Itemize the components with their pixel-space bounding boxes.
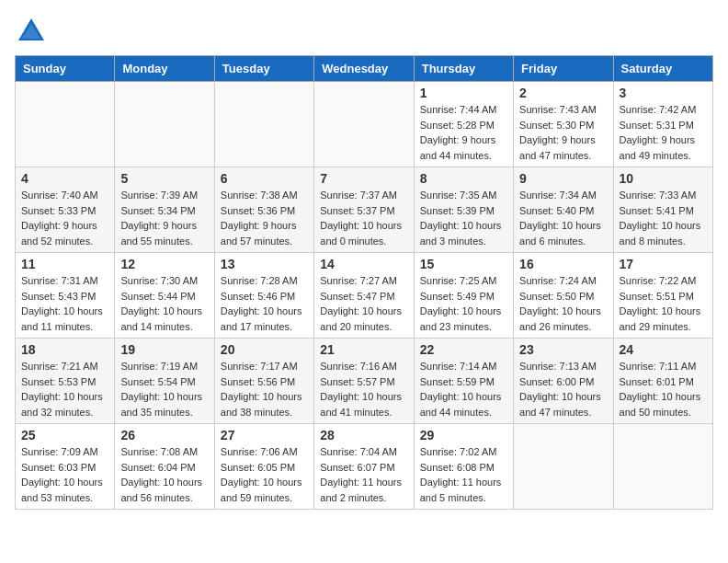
calendar-cell: 17Sunrise: 7:22 AMSunset: 5:51 PMDayligh… <box>613 253 712 339</box>
day-info: Sunrise: 7:33 AMSunset: 5:41 PMDaylight:… <box>620 188 707 248</box>
day-number: 15 <box>420 257 507 271</box>
day-info: Sunrise: 7:27 AMSunset: 5:47 PMDaylight:… <box>320 273 407 334</box>
calendar-week-2: 11Sunrise: 7:31 AMSunset: 5:43 PMDayligh… <box>16 253 713 339</box>
calendar-cell: 24Sunrise: 7:11 AMSunset: 6:01 PMDayligh… <box>613 339 712 424</box>
day-number: 7 <box>320 171 407 186</box>
calendar-cell: 12Sunrise: 7:30 AMSunset: 5:44 PMDayligh… <box>115 253 214 339</box>
day-info: Sunrise: 7:43 AMSunset: 5:30 PMDaylight:… <box>519 102 607 163</box>
day-number: 25 <box>21 428 108 442</box>
day-number: 10 <box>620 171 707 186</box>
calendar-cell: 25Sunrise: 7:09 AMSunset: 6:03 PMDayligh… <box>16 424 115 510</box>
day-info: Sunrise: 7:42 AMSunset: 5:31 PMDaylight:… <box>620 102 707 163</box>
day-number: 23 <box>519 342 607 357</box>
calendar-cell <box>314 82 414 167</box>
day-info: Sunrise: 7:06 AMSunset: 6:05 PMDaylight:… <box>221 444 308 505</box>
day-info: Sunrise: 7:02 AMSunset: 6:08 PMDaylight:… <box>420 444 507 505</box>
day-number: 4 <box>21 171 108 186</box>
day-info: Sunrise: 7:11 AMSunset: 6:01 PMDaylight:… <box>620 359 707 419</box>
calendar-week-4: 25Sunrise: 7:09 AMSunset: 6:03 PMDayligh… <box>16 424 713 510</box>
calendar-cell: 29Sunrise: 7:02 AMSunset: 6:08 PMDayligh… <box>414 424 513 510</box>
day-number: 17 <box>620 257 707 271</box>
calendar-cell: 14Sunrise: 7:27 AMSunset: 5:47 PMDayligh… <box>314 253 414 339</box>
day-number: 1 <box>420 86 507 100</box>
calendar-cell <box>613 424 712 510</box>
day-info: Sunrise: 7:19 AMSunset: 5:54 PMDaylight:… <box>120 359 208 419</box>
calendar-cell: 1Sunrise: 7:44 AMSunset: 5:28 PMDaylight… <box>414 82 513 167</box>
calendar-cell: 22Sunrise: 7:14 AMSunset: 5:59 PMDayligh… <box>414 339 513 424</box>
calendar-cell: 5Sunrise: 7:39 AMSunset: 5:34 PMDaylight… <box>115 167 214 253</box>
day-info: Sunrise: 7:04 AMSunset: 6:07 PMDaylight:… <box>320 444 407 505</box>
day-number: 20 <box>221 342 308 357</box>
day-info: Sunrise: 7:25 AMSunset: 5:49 PMDaylight:… <box>420 273 507 334</box>
calendar-cell <box>514 424 613 510</box>
day-number: 5 <box>120 171 208 186</box>
day-info: Sunrise: 7:24 AMSunset: 5:50 PMDaylight:… <box>519 273 607 334</box>
day-number: 21 <box>320 342 407 357</box>
calendar-cell: 8Sunrise: 7:35 AMSunset: 5:39 PMDaylight… <box>414 167 513 253</box>
calendar-cell: 10Sunrise: 7:33 AMSunset: 5:41 PMDayligh… <box>613 167 712 253</box>
day-info: Sunrise: 7:13 AMSunset: 6:00 PMDaylight:… <box>519 359 607 419</box>
day-number: 3 <box>620 86 707 100</box>
calendar-cell: 6Sunrise: 7:38 AMSunset: 5:36 PMDaylight… <box>214 167 313 253</box>
calendar-cell: 2Sunrise: 7:43 AMSunset: 5:30 PMDaylight… <box>514 82 613 167</box>
day-number: 8 <box>420 171 507 186</box>
day-number: 16 <box>519 257 607 271</box>
calendar-cell: 19Sunrise: 7:19 AMSunset: 5:54 PMDayligh… <box>115 339 214 424</box>
calendar-cell: 26Sunrise: 7:08 AMSunset: 6:04 PMDayligh… <box>115 424 214 510</box>
calendar-table: SundayMondayTuesdayWednesdayThursdayFrid… <box>15 55 713 510</box>
calendar-cell: 7Sunrise: 7:37 AMSunset: 5:37 PMDaylight… <box>314 167 414 253</box>
day-info: Sunrise: 7:17 AMSunset: 5:56 PMDaylight:… <box>221 359 308 419</box>
day-number: 24 <box>620 342 707 357</box>
day-number: 26 <box>120 428 208 442</box>
calendar-cell <box>16 82 115 167</box>
day-number: 27 <box>221 428 308 442</box>
calendar-cell: 15Sunrise: 7:25 AMSunset: 5:49 PMDayligh… <box>414 253 513 339</box>
day-info: Sunrise: 7:09 AMSunset: 6:03 PMDaylight:… <box>21 444 108 505</box>
calendar-header-monday: Monday <box>115 56 214 82</box>
day-number: 12 <box>120 257 208 271</box>
calendar-header-thursday: Thursday <box>414 56 513 82</box>
day-number: 18 <box>21 342 108 357</box>
calendar-header-sunday: Sunday <box>16 56 115 82</box>
calendar-cell: 4Sunrise: 7:40 AMSunset: 5:33 PMDaylight… <box>16 167 115 253</box>
calendar-week-1: 4Sunrise: 7:40 AMSunset: 5:33 PMDaylight… <box>16 167 713 253</box>
calendar-cell: 27Sunrise: 7:06 AMSunset: 6:05 PMDayligh… <box>214 424 313 510</box>
day-number: 29 <box>420 428 507 442</box>
calendar-cell: 21Sunrise: 7:16 AMSunset: 5:57 PMDayligh… <box>314 339 414 424</box>
calendar-cell <box>115 82 214 167</box>
day-number: 28 <box>320 428 407 442</box>
day-number: 6 <box>221 171 308 186</box>
calendar-cell: 18Sunrise: 7:21 AMSunset: 5:53 PMDayligh… <box>16 339 115 424</box>
calendar-cell: 16Sunrise: 7:24 AMSunset: 5:50 PMDayligh… <box>514 253 613 339</box>
day-info: Sunrise: 7:21 AMSunset: 5:53 PMDaylight:… <box>21 359 108 419</box>
calendar-week-3: 18Sunrise: 7:21 AMSunset: 5:53 PMDayligh… <box>16 339 713 424</box>
day-info: Sunrise: 7:37 AMSunset: 5:37 PMDaylight:… <box>320 188 407 248</box>
calendar-cell: 28Sunrise: 7:04 AMSunset: 6:07 PMDayligh… <box>314 424 414 510</box>
day-info: Sunrise: 7:40 AMSunset: 5:33 PMDaylight:… <box>21 188 108 248</box>
calendar-header-friday: Friday <box>514 56 613 82</box>
day-info: Sunrise: 7:30 AMSunset: 5:44 PMDaylight:… <box>120 273 208 334</box>
logo-icon <box>15 15 48 48</box>
day-info: Sunrise: 7:31 AMSunset: 5:43 PMDaylight:… <box>21 273 108 334</box>
day-info: Sunrise: 7:44 AMSunset: 5:28 PMDaylight:… <box>420 102 507 163</box>
logo <box>15 15 51 48</box>
day-info: Sunrise: 7:38 AMSunset: 5:36 PMDaylight:… <box>221 188 308 248</box>
calendar-header-tuesday: Tuesday <box>214 56 313 82</box>
calendar-cell: 13Sunrise: 7:28 AMSunset: 5:46 PMDayligh… <box>214 253 313 339</box>
day-number: 9 <box>519 171 607 186</box>
calendar-cell: 23Sunrise: 7:13 AMSunset: 6:00 PMDayligh… <box>514 339 613 424</box>
day-info: Sunrise: 7:16 AMSunset: 5:57 PMDaylight:… <box>320 359 407 419</box>
page-header <box>15 15 713 48</box>
calendar-cell: 3Sunrise: 7:42 AMSunset: 5:31 PMDaylight… <box>613 82 712 167</box>
calendar-header-wednesday: Wednesday <box>314 56 414 82</box>
day-number: 22 <box>420 342 507 357</box>
day-info: Sunrise: 7:14 AMSunset: 5:59 PMDaylight:… <box>420 359 507 419</box>
calendar-cell: 9Sunrise: 7:34 AMSunset: 5:40 PMDaylight… <box>514 167 613 253</box>
calendar-cell: 20Sunrise: 7:17 AMSunset: 5:56 PMDayligh… <box>214 339 313 424</box>
calendar-header-saturday: Saturday <box>613 56 712 82</box>
day-info: Sunrise: 7:22 AMSunset: 5:51 PMDaylight:… <box>620 273 707 334</box>
day-info: Sunrise: 7:34 AMSunset: 5:40 PMDaylight:… <box>519 188 607 248</box>
day-info: Sunrise: 7:28 AMSunset: 5:46 PMDaylight:… <box>221 273 308 334</box>
day-number: 19 <box>120 342 208 357</box>
day-info: Sunrise: 7:39 AMSunset: 5:34 PMDaylight:… <box>120 188 208 248</box>
